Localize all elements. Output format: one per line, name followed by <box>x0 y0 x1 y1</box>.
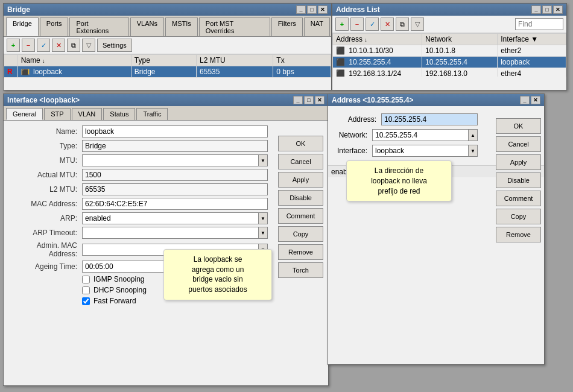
col-network[interactable]: Network <box>422 34 497 45</box>
addr-row-1[interactable]: ⬛ 10.10.1.10/30 10.10.1.8 ether2 <box>333 45 566 57</box>
addr-disable-btn[interactable]: Disable <box>496 172 541 188</box>
addr-list-maximize-btn[interactable]: □ <box>542 5 552 14</box>
mac-input[interactable] <box>82 198 268 210</box>
tab-port-mst-overrides[interactable]: Port MST Overrides <box>199 17 270 36</box>
table-row[interactable]: R ⬛ loopback Bridge 65535 0 bps <box>4 66 331 78</box>
tab-nat[interactable]: NAT <box>304 17 330 36</box>
col-type[interactable]: Type <box>131 55 196 66</box>
apply-btn[interactable]: Apply <box>278 172 323 188</box>
network-field-row: Network: ▲ <box>328 129 484 141</box>
delete-btn[interactable]: − <box>22 39 35 52</box>
interface-field-label: Interface: <box>334 147 372 155</box>
addr-add-btn[interactable]: + <box>335 17 349 31</box>
copy-btn[interactable]: ⧉ <box>67 39 80 52</box>
tab-mstis[interactable]: MSTIs <box>165 17 198 36</box>
igmp-checkbox[interactable] <box>82 276 90 283</box>
col-name[interactable]: Name ↓ <box>17 55 131 66</box>
settings-btn[interactable]: Settings <box>97 39 132 52</box>
col-addr[interactable]: Address ↓ <box>333 34 422 45</box>
addr-ok-btn[interactable]: OK <box>496 118 541 134</box>
network-field-input[interactable] <box>372 129 468 141</box>
torch-btn[interactable]: Torch <box>278 262 323 278</box>
arp-timeout-input-group: ▼ <box>82 227 268 239</box>
address-field-row: Address: <box>328 113 484 125</box>
addr-edit-minimize-btn[interactable]: _ <box>520 96 530 104</box>
address-field-input[interactable] <box>381 113 478 125</box>
cancel-btn[interactable]: Cancel <box>278 154 323 169</box>
addr-copy-btn[interactable]: ⧉ <box>396 17 409 31</box>
tab-ports[interactable]: Ports <box>40 17 69 36</box>
bridge-title: Bridge <box>7 5 30 14</box>
col-interface[interactable]: Interface ▼ <box>498 34 566 45</box>
tab-status[interactable]: Status <box>103 108 135 120</box>
addr-find-input[interactable] <box>515 18 563 30</box>
tab-stp[interactable]: STP <box>44 108 70 120</box>
arp-arrow-btn[interactable]: ▼ <box>258 212 268 224</box>
addr-enable-btn[interactable]: ✓ <box>366 17 379 31</box>
tab-vlan[interactable]: VLAN <box>72 108 103 120</box>
addr-cancel-btn[interactable]: Cancel <box>496 136 541 152</box>
bridge-close-btn[interactable]: ✕ <box>318 5 328 14</box>
tab-port-extensions[interactable]: Port Extensions <box>69 17 128 36</box>
network-arrow-up[interactable]: ▲ <box>468 129 478 141</box>
tab-vlans[interactable]: VLANs <box>130 17 164 36</box>
mtu-arrow-btn[interactable]: ▼ <box>258 154 268 166</box>
tab-general[interactable]: General <box>6 108 43 120</box>
addr-disable-btn[interactable]: ✕ <box>381 17 394 31</box>
bridge-minimize-btn[interactable]: _ <box>296 5 306 14</box>
addr-copy-btn[interactable]: Copy <box>496 209 541 224</box>
bridge-table: Name ↓ Type L2 MTU Tx R ⬛ loopback Bridg… <box>4 54 331 78</box>
addr-row-3[interactable]: ⬛ 192.168.13.1/24 192.168.13.0 ether4 <box>333 68 566 77</box>
dhcp-checkbox[interactable] <box>82 286 90 294</box>
tab-filters[interactable]: Filters <box>271 17 303 36</box>
arp-timeout-arrow-btn[interactable]: ▼ <box>258 227 268 239</box>
actual-mtu-input <box>82 169 268 181</box>
addr-1-address: ⬛ 10.10.1.10/30 <box>333 45 422 57</box>
tab-traffic[interactable]: Traffic <box>136 108 168 120</box>
fast-forward-label: Fast Forward <box>93 297 136 305</box>
bridge-maximize-btn[interactable]: □ <box>307 5 317 14</box>
name-input[interactable] <box>82 125 268 138</box>
enable-btn[interactable]: ✓ <box>37 39 50 52</box>
addr-3-address: ⬛ 192.168.13.1/24 <box>333 68 422 77</box>
copy-btn-iface[interactable]: Copy <box>278 226 323 242</box>
tab-bridge[interactable]: Bridge <box>6 17 39 36</box>
interface-minimize-btn[interactable]: _ <box>293 96 303 104</box>
interface-arrow-down[interactable]: ▼ <box>468 145 478 157</box>
col-tx[interactable]: Tx <box>273 55 331 66</box>
mac-label: MAC Address: <box>10 200 82 208</box>
addr-apply-btn[interactable]: Apply <box>496 154 541 170</box>
addr-del-btn[interactable]: − <box>350 17 364 31</box>
disable-btn-iface[interactable]: Disable <box>278 190 323 206</box>
disable-btn[interactable]: ✕ <box>52 39 65 52</box>
addr-list-minimize-btn[interactable]: _ <box>531 5 541 14</box>
interface-maximize-btn[interactable]: □ <box>304 96 314 104</box>
row-indicator: R <box>4 66 18 78</box>
mtu-input[interactable] <box>82 154 258 166</box>
comment-btn[interactable]: Comment <box>278 208 323 224</box>
arp-timeout-label: ARP Timeout: <box>10 229 82 237</box>
filter-btn[interactable]: ▽ <box>82 39 95 52</box>
mac-row: MAC Address: <box>4 198 274 210</box>
addr-list-close-btn[interactable]: ✕ <box>553 5 563 14</box>
mtu-input-group: ▼ <box>82 154 268 166</box>
addr-remove-btn[interactable]: Remove <box>496 227 541 242</box>
fast-forward-checkbox[interactable] <box>82 297 90 305</box>
interface-btn-panel: OK Cancel Apply Disable Comment Copy Rem… <box>278 136 323 278</box>
arp-timeout-input[interactable] <box>82 227 258 239</box>
interface-field-input[interactable] <box>372 145 468 157</box>
ok-btn[interactable]: OK <box>278 136 323 151</box>
col-l2mtu[interactable]: L2 MTU <box>197 55 273 66</box>
add-btn[interactable]: + <box>7 39 20 52</box>
network-input-group: ▲ <box>372 129 478 141</box>
interface-close-btn[interactable]: ✕ <box>315 96 324 104</box>
admin-mac-label: Admin. MAC Address: <box>10 241 82 258</box>
bridge-window: Bridge _ □ ✕ Bridge Ports Port Extension… <box>3 3 332 90</box>
bridge-icon: ⬛ <box>21 69 30 75</box>
addr-edit-close-btn[interactable]: ✕ <box>531 96 540 104</box>
arp-input[interactable] <box>82 212 258 224</box>
addr-comment-btn[interactable]: Comment <box>496 191 541 206</box>
addr-filter-btn[interactable]: ▽ <box>411 17 424 31</box>
addr-row-2[interactable]: ⬛ 10.255.255.4 10.255.255.4 loopback <box>333 57 566 68</box>
remove-btn[interactable]: Remove <box>278 244 323 260</box>
